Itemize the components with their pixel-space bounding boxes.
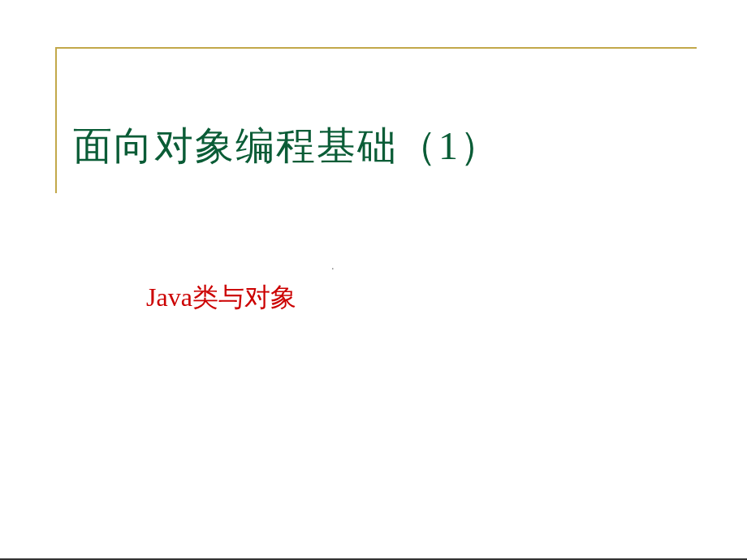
frame-horizontal-line [55, 47, 697, 49]
slide-container: 面向对象编程基础（1） . Java类与对象 [0, 0, 747, 560]
slide-title: 面向对象编程基础（1） [73, 120, 500, 172]
slide-subtitle: Java类与对象 [146, 280, 296, 316]
frame-vertical-line [55, 47, 57, 193]
center-dot: . [331, 260, 335, 273]
